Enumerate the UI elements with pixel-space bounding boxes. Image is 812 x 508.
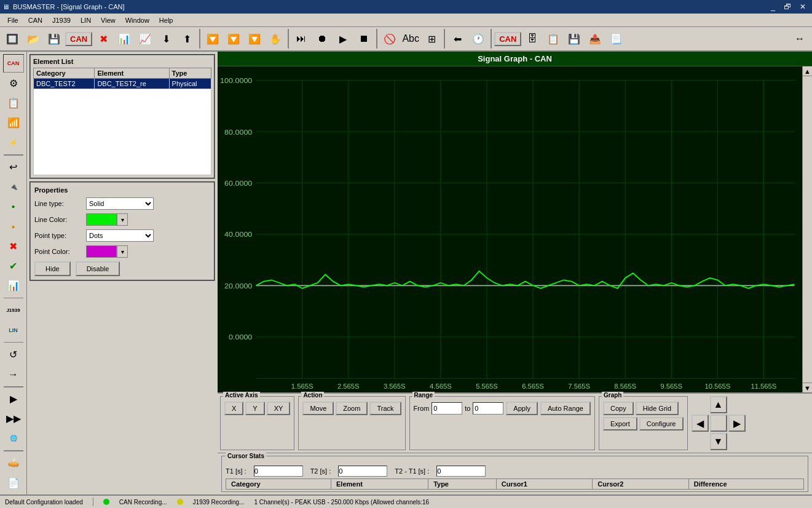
t2t1-input[interactable] bbox=[436, 466, 486, 477]
auto-range-btn[interactable]: Auto Range bbox=[540, 402, 591, 415]
close-button[interactable]: ✕ bbox=[796, 2, 810, 11]
range-to-input[interactable] bbox=[473, 402, 503, 415]
action-zoom-btn[interactable]: Zoom bbox=[336, 402, 368, 415]
hide-button[interactable]: Hide bbox=[34, 261, 71, 276]
minimize-button[interactable]: _ bbox=[767, 2, 779, 11]
stop-replay-btn[interactable]: ⏹ bbox=[354, 29, 374, 49]
sidebar-arrow-icon[interactable]: → bbox=[3, 365, 24, 384]
col-category[interactable]: Category bbox=[34, 68, 95, 79]
line-color-picker-btn[interactable]: ▾ bbox=[117, 213, 128, 226]
menu-lin[interactable]: LIN bbox=[76, 15, 96, 25]
sidebar-check-icon[interactable]: ✔ bbox=[3, 256, 24, 275]
stop-button[interactable]: ✖ bbox=[93, 29, 113, 49]
nav-btn2[interactable]: 🕐 bbox=[468, 29, 488, 49]
line-color-swatch[interactable] bbox=[86, 213, 117, 226]
nav-right-btn[interactable]: ▶ bbox=[728, 415, 746, 432]
action-track-btn[interactable]: Track bbox=[369, 402, 401, 415]
point-type-select[interactable]: Dots Cross Square bbox=[86, 229, 154, 242]
export-btn[interactable]: Export bbox=[603, 417, 637, 431]
t2-input[interactable] bbox=[338, 466, 387, 477]
cursor-stats-panel: Cursor Stats T1 [s] : T2 [s] : T2 - T1 [… bbox=[218, 453, 812, 494]
export-btn[interactable]: 📤 bbox=[585, 29, 605, 49]
toolbar-btn-7[interactable]: ⬆ bbox=[177, 29, 197, 49]
sidebar-lin-icon[interactable]: LIN bbox=[3, 321, 24, 339]
sidebar-chart-icon[interactable]: 📊 bbox=[3, 276, 24, 295]
point-color-swatch[interactable] bbox=[86, 245, 117, 258]
line-type-select[interactable]: Solid Dashed Dotted bbox=[86, 197, 154, 210]
properties-box: Properties Line type: Solid Dashed Dotte… bbox=[30, 181, 215, 281]
hand-btn[interactable]: ✋ bbox=[266, 29, 285, 49]
text-btn[interactable]: Abc bbox=[401, 29, 420, 49]
resize-btn[interactable]: ↔ bbox=[790, 29, 810, 49]
nav-left-btn[interactable]: ◀ bbox=[692, 415, 709, 432]
sidebar-yellow-icon[interactable]: ● bbox=[3, 217, 24, 236]
report-btn[interactable]: 📃 bbox=[606, 29, 626, 49]
axis-y-btn[interactable]: Y bbox=[245, 402, 264, 415]
sidebar-replay-icon[interactable]: ↩ bbox=[3, 158, 24, 177]
sidebar-refresh-icon[interactable]: ↺ bbox=[3, 345, 24, 363]
graph-ctrl-btns: Copy Hide Grid Export Configure bbox=[603, 402, 684, 431]
chart-button[interactable]: 📈 bbox=[135, 29, 155, 49]
sidebar-pie-icon[interactable]: 🥧 bbox=[3, 454, 24, 472]
can-toolbar-badge[interactable]: CAN bbox=[65, 32, 92, 46]
sidebar-play-icon[interactable]: ▶ bbox=[3, 390, 24, 408]
menu-can[interactable]: CAN bbox=[23, 15, 47, 25]
axis-x-btn[interactable]: X bbox=[224, 402, 243, 415]
menu-help[interactable]: Help bbox=[154, 15, 178, 25]
nav-up-btn[interactable]: ▲ bbox=[710, 396, 727, 413]
menu-j1939[interactable]: J1939 bbox=[47, 15, 76, 25]
disable-button[interactable]: Disable bbox=[76, 261, 120, 276]
stats-button[interactable]: 📊 bbox=[114, 29, 134, 49]
graph-area[interactable]: 100.0000 80.0000 60.0000 40.0000 20.0000… bbox=[218, 66, 802, 392]
restore-button[interactable]: 🗗 bbox=[780, 2, 795, 11]
save-button[interactable]: 💾 bbox=[44, 29, 64, 49]
sidebar-play2-icon[interactable]: ▶▶ bbox=[3, 410, 24, 428]
sidebar-node-icon[interactable]: 🔌 bbox=[3, 178, 24, 196]
can-badge-2[interactable]: CAN bbox=[494, 32, 521, 46]
scroll-down-btn[interactable]: ▼ bbox=[803, 383, 812, 392]
action-move-btn[interactable]: Move bbox=[302, 402, 334, 415]
point-color-picker-btn[interactable]: ▾ bbox=[117, 245, 128, 258]
play-btn[interactable]: ▶ bbox=[333, 29, 353, 49]
nav-btn[interactable]: ⬅ bbox=[447, 29, 467, 49]
sidebar-settings-icon[interactable]: ⚙ bbox=[3, 74, 24, 92]
menu-window[interactable]: Window bbox=[120, 15, 154, 25]
col-element[interactable]: Element bbox=[95, 68, 169, 79]
axis-xy-btn[interactable]: XY bbox=[267, 402, 291, 415]
sidebar-log-icon[interactable]: 📋 bbox=[3, 93, 24, 112]
sidebar-error-icon[interactable]: ✖ bbox=[3, 237, 24, 255]
range-from-input[interactable] bbox=[432, 402, 462, 415]
table-row[interactable]: DBC_TEST2 DBC_TEST2_re Physical bbox=[34, 79, 211, 89]
new-button[interactable]: 🔲 bbox=[2, 29, 22, 49]
filter-btn3[interactable]: 🔽 bbox=[245, 29, 264, 49]
menu-view[interactable]: View bbox=[96, 15, 120, 25]
sidebar-green-icon[interactable]: ● bbox=[3, 197, 24, 216]
configure-btn[interactable]: Configure bbox=[639, 417, 684, 431]
nav-down-btn[interactable]: ▼ bbox=[710, 433, 727, 450]
sidebar-network-icon[interactable]: 🌐 bbox=[3, 429, 24, 448]
hide-grid-btn[interactable]: Hide Grid bbox=[636, 402, 679, 415]
scroll-up-btn[interactable]: ▲ bbox=[803, 66, 812, 76]
save-btn2[interactable]: 💾 bbox=[564, 29, 584, 49]
sidebar-signal-icon[interactable]: 📶 bbox=[3, 113, 24, 132]
grid-btn[interactable]: ⊞ bbox=[422, 29, 441, 49]
sidebar-can-icon[interactable]: CAN bbox=[3, 54, 24, 73]
toolbar-btn-6[interactable]: ⬇ bbox=[156, 29, 176, 49]
menu-file[interactable]: File bbox=[2, 15, 23, 25]
sidebar-filter-icon[interactable]: ⚡ bbox=[3, 133, 24, 152]
graph-scrollbar[interactable]: ▲ ▼ bbox=[802, 66, 812, 392]
db-btn[interactable]: 🗄 bbox=[522, 29, 542, 49]
sidebar-j1939-icon[interactable]: J1939 bbox=[3, 301, 24, 319]
t1-input[interactable] bbox=[254, 466, 303, 477]
sidebar-page-icon[interactable]: 📄 bbox=[3, 474, 24, 492]
copy-btn[interactable]: Copy bbox=[603, 402, 634, 415]
open-button[interactable]: 📂 bbox=[23, 29, 43, 49]
filter-btn2[interactable]: 🔽 bbox=[224, 29, 243, 49]
skip-end-btn[interactable]: ⏭ bbox=[291, 29, 311, 49]
col-type[interactable]: Type bbox=[169, 68, 211, 79]
log-btn[interactable]: 📋 bbox=[543, 29, 563, 49]
cancel-btn[interactable]: 🚫 bbox=[380, 29, 400, 49]
filter-btn[interactable]: 🔽 bbox=[203, 29, 223, 49]
apply-btn[interactable]: Apply bbox=[506, 402, 538, 415]
record-btn[interactable]: ⏺ bbox=[312, 29, 332, 49]
